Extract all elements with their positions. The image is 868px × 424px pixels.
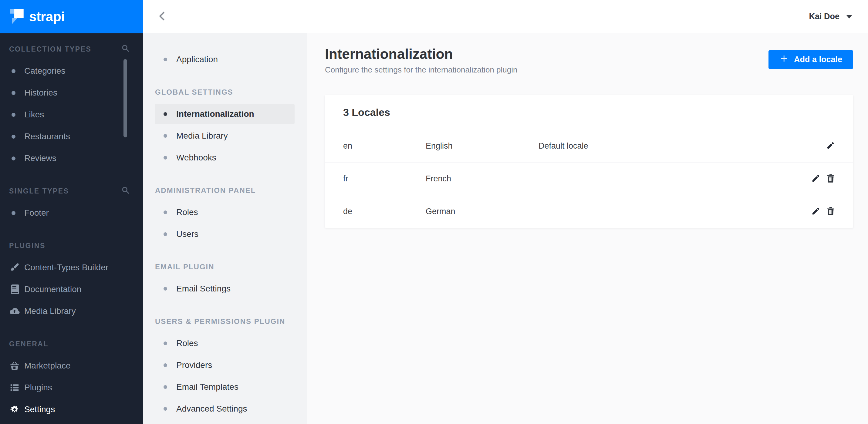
- page-subtitle: Configure the settings for the internati…: [325, 64, 518, 76]
- bullet-dot: [163, 287, 167, 291]
- pencil-icon: [826, 141, 835, 151]
- settings-section-admin-panel: ADMINISTRATION PANEL Roles Users: [155, 180, 294, 245]
- sidebar-item-label: Content-Types Builder: [24, 263, 108, 272]
- locale-name: German: [426, 207, 538, 216]
- sidebar-item-label: Histories: [24, 88, 57, 98]
- page-header-text: Internationalization Configure the setti…: [325, 45, 518, 76]
- chevron-left-icon: [157, 11, 168, 23]
- settings-nav-item-providers[interactable]: Providers: [155, 354, 294, 376]
- page-header: Internationalization Configure the setti…: [325, 45, 853, 76]
- settings-nav-label: Email Templates: [176, 382, 239, 392]
- bullet-dot: [163, 58, 167, 61]
- search-icon[interactable]: [121, 44, 129, 54]
- settings-nav-item-internationalization[interactable]: Internationalization: [155, 104, 294, 124]
- back-button[interactable]: [143, 0, 182, 33]
- book-icon: [9, 285, 20, 294]
- app-root: strapi COLLECTION TYPES Categories Histo…: [0, 0, 868, 424]
- settings-nav-item-users[interactable]: Users: [155, 223, 294, 245]
- sidebar-item-media-library[interactable]: Media Library: [0, 300, 143, 322]
- sidebar-item-restaurants[interactable]: Restaurants: [0, 126, 143, 148]
- settings-nav-item-application[interactable]: Application: [155, 48, 294, 70]
- settings-nav-label: Roles: [176, 338, 198, 348]
- pencil-icon: [811, 174, 820, 184]
- settings-nav-item-advanced-settings[interactable]: Advanced Settings: [155, 398, 294, 420]
- settings-nav-label: Roles: [176, 207, 198, 217]
- settings-section-header: GLOBAL SETTINGS: [155, 81, 294, 103]
- settings-nav-item-email-templates[interactable]: Email Templates: [155, 376, 294, 398]
- settings-nav-item-roles[interactable]: Roles: [155, 201, 294, 223]
- sidebar-item-histories[interactable]: Histories: [0, 82, 143, 104]
- settings-nav-label: Webhooks: [176, 153, 216, 163]
- settings-section-header: EMAIL PLUGIN: [155, 256, 294, 278]
- locale-default-label: Default locale: [538, 141, 826, 151]
- section-label: PLUGINS: [9, 242, 45, 250]
- settings-nav-label: Internationalization: [176, 109, 254, 119]
- locale-row-de: de German: [325, 195, 853, 228]
- locale-code: en: [343, 141, 426, 151]
- sidebar-item-label: Reviews: [24, 154, 56, 163]
- pencil-icon: [811, 206, 820, 217]
- bullet-dot: [11, 157, 16, 160]
- sidebar-item-footer[interactable]: Footer: [0, 202, 143, 224]
- settings-nav-label: Users: [176, 229, 198, 239]
- section-single-types-header: SINGLE TYPES: [0, 180, 143, 202]
- list-icon: [9, 383, 20, 392]
- section-plugins: PLUGINS Content-Types Builder Documentat…: [0, 235, 143, 322]
- basket-icon: [9, 361, 20, 370]
- sidebar-item-documentation[interactable]: Documentation: [0, 279, 143, 300]
- bullet-dot: [163, 112, 167, 116]
- user-name: Kai Doe: [809, 12, 839, 21]
- settings-section-global: GLOBAL SETTINGS Internationalization Med…: [155, 81, 294, 169]
- sidebar-scrollbar-thumb[interactable]: [123, 59, 127, 137]
- section-label: GENERAL: [9, 340, 49, 348]
- settings-nav-item-media-library[interactable]: Media Library: [155, 125, 294, 147]
- edit-locale-button[interactable]: [811, 174, 820, 184]
- section-general: GENERAL Marketplace Plugins: [0, 333, 143, 420]
- add-locale-button[interactable]: Add a locale: [769, 50, 853, 69]
- main-sidebar: strapi COLLECTION TYPES Categories Histo…: [0, 0, 143, 424]
- sidebar-item-categories[interactable]: Categories: [0, 60, 143, 82]
- locale-row-en: en English Default locale: [325, 130, 853, 162]
- sidebar-item-label: Marketplace: [24, 361, 71, 370]
- main-sidebar-nav: COLLECTION TYPES Categories Histories Li…: [0, 33, 143, 420]
- settings-nav-item-webhooks[interactable]: Webhooks: [155, 147, 294, 169]
- cloud-upload-icon: [9, 307, 20, 315]
- trash-icon: [827, 174, 835, 184]
- sidebar-item-content-types-builder[interactable]: Content-Types Builder: [0, 257, 143, 279]
- settings-nav-item-up-roles[interactable]: Roles: [155, 332, 294, 354]
- topbar: Kai Doe: [143, 0, 868, 33]
- settings-section-email-plugin: EMAIL PLUGIN Email Settings: [155, 256, 294, 300]
- gear-icon: [9, 404, 20, 414]
- section-label: COLLECTION TYPES: [9, 45, 91, 54]
- edit-locale-button[interactable]: [826, 141, 835, 151]
- bullet-dot: [11, 91, 16, 95]
- settings-section-users-permissions: USERS & PERMISSIONS PLUGIN Roles Provide…: [155, 311, 294, 420]
- section-collection-types-header: COLLECTION TYPES: [0, 38, 143, 60]
- section-general-header: GENERAL: [0, 333, 143, 355]
- row-actions: [811, 174, 835, 184]
- bullet-dot: [163, 385, 167, 389]
- settings-nav: Application GLOBAL SETTINGS Internationa…: [143, 33, 307, 424]
- strapi-logo[interactable]: strapi: [0, 0, 143, 33]
- settings-nav-item-email-settings[interactable]: Email Settings: [155, 278, 294, 300]
- user-menu[interactable]: Kai Doe: [809, 12, 868, 21]
- main-panel: Internationalization Configure the setti…: [307, 33, 868, 424]
- locale-code: de: [343, 207, 426, 216]
- sidebar-item-settings[interactable]: Settings: [0, 398, 143, 420]
- search-icon[interactable]: [121, 186, 129, 196]
- edit-locale-button[interactable]: [811, 206, 820, 217]
- sidebar-item-plugins[interactable]: Plugins: [0, 377, 143, 398]
- settings-nav-label: Application: [176, 55, 218, 64]
- section-single-types: SINGLE TYPES Footer: [0, 180, 143, 224]
- sidebar-item-label: Settings: [24, 404, 55, 414]
- delete-locale-button[interactable]: [827, 174, 835, 184]
- section-plugins-header: PLUGINS: [0, 235, 143, 257]
- sidebar-item-marketplace[interactable]: Marketplace: [0, 355, 143, 377]
- sidebar-item-likes[interactable]: Likes: [0, 104, 143, 126]
- sidebar-item-label: Documentation: [24, 285, 81, 294]
- sidebar-item-reviews[interactable]: Reviews: [0, 148, 143, 169]
- sidebar-item-label: Media Library: [24, 306, 76, 316]
- delete-locale-button[interactable]: [827, 206, 835, 217]
- locales-card: 3 Locales en English Default locale: [325, 95, 853, 228]
- locale-name: English: [426, 141, 538, 151]
